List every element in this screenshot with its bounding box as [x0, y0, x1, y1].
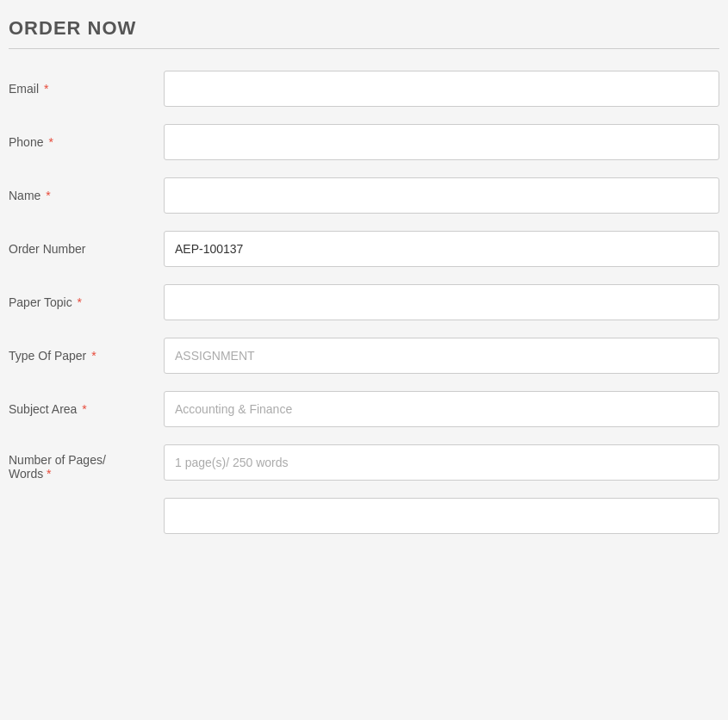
subject-area-row: Subject Area * — [9, 391, 719, 427]
type-of-paper-required-marker: * — [91, 349, 96, 363]
number-of-pages-label: Number of Pages/ Words * — [9, 444, 164, 481]
name-input[interactable] — [164, 177, 719, 214]
type-of-paper-label: Type Of Paper * — [9, 349, 164, 363]
number-of-pages-required-marker: * — [47, 467, 51, 481]
number-of-pages-label-line1: Number of Pages/ — [9, 453, 155, 467]
paper-topic-input[interactable] — [164, 284, 719, 320]
paper-topic-label: Paper Topic * — [9, 295, 164, 309]
paper-topic-row: Paper Topic * — [9, 284, 719, 320]
type-of-paper-row: Type Of Paper * — [9, 338, 719, 374]
page-title: ORDER NOW — [9, 17, 719, 40]
page-container: ORDER NOW Email * Phone * Name * — [0, 0, 728, 568]
order-form: Email * Phone * Name * Order Number — [9, 71, 719, 534]
name-required-marker: * — [46, 189, 50, 202]
subject-area-label: Subject Area * — [9, 402, 164, 416]
extra-input[interactable] — [164, 498, 719, 534]
phone-row: Phone * — [9, 124, 719, 160]
phone-label: Phone * — [9, 135, 164, 149]
extra-row — [9, 498, 719, 534]
order-number-label: Order Number — [9, 242, 164, 256]
order-number-row: Order Number — [9, 231, 719, 267]
order-number-input[interactable] — [164, 231, 719, 267]
type-of-paper-input[interactable] — [164, 338, 719, 374]
divider — [9, 48, 719, 49]
name-label: Name * — [9, 189, 164, 202]
phone-input[interactable] — [164, 124, 719, 160]
phone-required-marker: * — [48, 135, 53, 149]
number-of-pages-label-line2: Words * — [9, 467, 155, 481]
subject-area-required-marker: * — [82, 402, 86, 416]
email-required-marker: * — [44, 82, 48, 96]
subject-area-input[interactable] — [164, 391, 719, 427]
email-input[interactable] — [164, 71, 719, 107]
number-of-pages-row: Number of Pages/ Words * — [9, 444, 719, 481]
paper-topic-required-marker: * — [78, 295, 82, 309]
email-label: Email * — [9, 82, 164, 96]
number-of-pages-input[interactable] — [164, 444, 719, 481]
email-row: Email * — [9, 71, 719, 107]
name-row: Name * — [9, 177, 719, 214]
